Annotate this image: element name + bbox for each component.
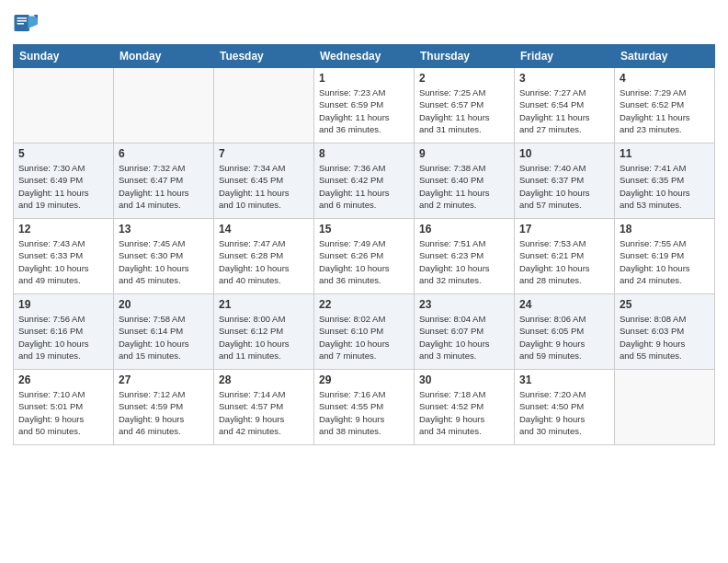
svg-rect-2 <box>17 20 28 22</box>
day-number: 27 <box>119 373 209 386</box>
day-number: 29 <box>319 373 409 386</box>
svg-rect-3 <box>17 23 25 25</box>
calendar-cell: 16Sunrise: 7:51 AM Sunset: 6:23 PM Dayli… <box>415 219 515 294</box>
day-number: 19 <box>18 298 108 311</box>
day-info: Sunrise: 8:02 AM Sunset: 6:10 PM Dayligh… <box>319 313 409 362</box>
day-info: Sunrise: 7:51 AM Sunset: 6:23 PM Dayligh… <box>419 237 509 286</box>
calendar-cell: 9Sunrise: 7:38 AM Sunset: 6:40 PM Daylig… <box>415 144 515 219</box>
day-number: 23 <box>419 298 509 311</box>
day-info: Sunrise: 7:32 AM Sunset: 6:47 PM Dayligh… <box>119 162 209 211</box>
calendar-cell: 5Sunrise: 7:30 AM Sunset: 6:49 PM Daylig… <box>14 144 114 219</box>
weekday-header-sunday: Sunday <box>14 45 114 68</box>
day-info: Sunrise: 8:06 AM Sunset: 6:05 PM Dayligh… <box>519 313 609 362</box>
day-number: 16 <box>419 223 509 236</box>
calendar-cell: 25Sunrise: 8:08 AM Sunset: 6:03 PM Dayli… <box>615 294 715 370</box>
day-info: Sunrise: 7:23 AM Sunset: 6:59 PM Dayligh… <box>319 86 409 135</box>
day-number: 15 <box>319 223 409 236</box>
calendar-cell: 22Sunrise: 8:02 AM Sunset: 6:10 PM Dayli… <box>314 294 415 370</box>
week-row-3: 12Sunrise: 7:43 AM Sunset: 6:33 PM Dayli… <box>14 219 715 294</box>
calendar-cell: 15Sunrise: 7:49 AM Sunset: 6:26 PM Dayli… <box>314 219 415 294</box>
weekday-header-wednesday: Wednesday <box>314 45 415 68</box>
day-info: Sunrise: 7:53 AM Sunset: 6:21 PM Dayligh… <box>519 237 609 286</box>
day-info: Sunrise: 7:49 AM Sunset: 6:26 PM Dayligh… <box>319 237 409 286</box>
calendar-cell: 8Sunrise: 7:36 AM Sunset: 6:42 PM Daylig… <box>314 144 415 219</box>
day-info: Sunrise: 7:29 AM Sunset: 6:52 PM Dayligh… <box>620 86 710 135</box>
calendar-cell: 11Sunrise: 7:41 AM Sunset: 6:35 PM Dayli… <box>615 144 715 219</box>
calendar-cell <box>214 68 314 144</box>
weekday-header-saturday: Saturday <box>615 45 715 68</box>
svg-rect-1 <box>17 17 28 19</box>
calendar-cell: 23Sunrise: 8:04 AM Sunset: 6:07 PM Dayli… <box>415 294 515 370</box>
day-number: 31 <box>519 373 609 386</box>
day-info: Sunrise: 8:00 AM Sunset: 6:12 PM Dayligh… <box>219 313 309 362</box>
day-info: Sunrise: 7:16 AM Sunset: 4:55 PM Dayligh… <box>319 388 409 437</box>
weekday-header-friday: Friday <box>515 45 615 68</box>
day-info: Sunrise: 7:34 AM Sunset: 6:45 PM Dayligh… <box>219 162 309 211</box>
day-number: 10 <box>519 147 609 160</box>
day-number: 18 <box>620 223 710 236</box>
day-info: Sunrise: 7:25 AM Sunset: 6:57 PM Dayligh… <box>419 86 509 135</box>
day-info: Sunrise: 7:55 AM Sunset: 6:19 PM Dayligh… <box>620 237 710 286</box>
day-number: 8 <box>319 147 409 160</box>
day-number: 14 <box>219 223 309 236</box>
calendar-cell: 14Sunrise: 7:47 AM Sunset: 6:28 PM Dayli… <box>214 219 314 294</box>
week-row-5: 26Sunrise: 7:10 AM Sunset: 5:01 PM Dayli… <box>14 370 715 445</box>
day-info: Sunrise: 7:20 AM Sunset: 4:50 PM Dayligh… <box>519 388 609 437</box>
day-info: Sunrise: 7:38 AM Sunset: 6:40 PM Dayligh… <box>419 162 509 211</box>
day-info: Sunrise: 7:14 AM Sunset: 4:57 PM Dayligh… <box>219 388 309 437</box>
calendar-cell <box>114 68 214 144</box>
day-info: Sunrise: 7:27 AM Sunset: 6:54 PM Dayligh… <box>519 86 609 135</box>
calendar-cell: 19Sunrise: 7:56 AM Sunset: 6:16 PM Dayli… <box>14 294 114 370</box>
day-number: 17 <box>519 223 609 236</box>
day-number: 12 <box>18 223 108 236</box>
day-info: Sunrise: 7:36 AM Sunset: 6:42 PM Dayligh… <box>319 162 409 211</box>
header <box>13 9 715 37</box>
calendar-cell: 17Sunrise: 7:53 AM Sunset: 6:21 PM Dayli… <box>515 219 615 294</box>
day-number: 13 <box>119 223 209 236</box>
calendar-cell: 20Sunrise: 7:58 AM Sunset: 6:14 PM Dayli… <box>114 294 214 370</box>
calendar-cell: 21Sunrise: 8:00 AM Sunset: 6:12 PM Dayli… <box>214 294 314 370</box>
calendar-cell: 28Sunrise: 7:14 AM Sunset: 4:57 PM Dayli… <box>214 370 314 445</box>
calendar-table: SundayMondayTuesdayWednesdayThursdayFrid… <box>13 44 715 445</box>
weekday-header-row: SundayMondayTuesdayWednesdayThursdayFrid… <box>14 45 715 68</box>
day-number: 21 <box>219 298 309 311</box>
svg-marker-4 <box>28 17 39 29</box>
calendar-cell: 3Sunrise: 7:27 AM Sunset: 6:54 PM Daylig… <box>515 68 615 144</box>
calendar-cell: 24Sunrise: 8:06 AM Sunset: 6:05 PM Dayli… <box>515 294 615 370</box>
week-row-1: 1Sunrise: 7:23 AM Sunset: 6:59 PM Daylig… <box>14 68 715 144</box>
calendar-cell: 27Sunrise: 7:12 AM Sunset: 4:59 PM Dayli… <box>114 370 214 445</box>
day-number: 5 <box>18 147 108 160</box>
day-number: 1 <box>319 72 409 85</box>
calendar-cell <box>615 370 715 445</box>
calendar-cell: 6Sunrise: 7:32 AM Sunset: 6:47 PM Daylig… <box>114 144 214 219</box>
day-info: Sunrise: 7:47 AM Sunset: 6:28 PM Dayligh… <box>219 237 309 286</box>
calendar-cell: 29Sunrise: 7:16 AM Sunset: 4:55 PM Dayli… <box>314 370 415 445</box>
calendar-cell <box>14 68 114 144</box>
day-info: Sunrise: 7:41 AM Sunset: 6:35 PM Dayligh… <box>620 162 710 211</box>
weekday-header-tuesday: Tuesday <box>214 45 314 68</box>
calendar-cell: 2Sunrise: 7:25 AM Sunset: 6:57 PM Daylig… <box>415 68 515 144</box>
day-number: 30 <box>419 373 509 386</box>
day-number: 20 <box>119 298 209 311</box>
calendar-cell: 12Sunrise: 7:43 AM Sunset: 6:33 PM Dayli… <box>14 219 114 294</box>
day-info: Sunrise: 7:30 AM Sunset: 6:49 PM Dayligh… <box>18 162 108 211</box>
day-number: 26 <box>18 373 108 386</box>
calendar-cell: 31Sunrise: 7:20 AM Sunset: 4:50 PM Dayli… <box>515 370 615 445</box>
day-info: Sunrise: 7:10 AM Sunset: 5:01 PM Dayligh… <box>18 388 108 437</box>
day-number: 7 <box>219 147 309 160</box>
day-number: 2 <box>419 72 509 85</box>
day-info: Sunrise: 7:12 AM Sunset: 4:59 PM Dayligh… <box>119 388 209 437</box>
day-number: 3 <box>519 72 609 85</box>
weekday-header-thursday: Thursday <box>415 45 515 68</box>
calendar-cell: 7Sunrise: 7:34 AM Sunset: 6:45 PM Daylig… <box>214 144 314 219</box>
calendar-cell: 1Sunrise: 7:23 AM Sunset: 6:59 PM Daylig… <box>314 68 415 144</box>
day-info: Sunrise: 7:45 AM Sunset: 6:30 PM Dayligh… <box>119 237 209 286</box>
day-number: 4 <box>620 72 710 85</box>
day-info: Sunrise: 7:58 AM Sunset: 6:14 PM Dayligh… <box>119 313 209 362</box>
day-number: 25 <box>620 298 710 311</box>
week-row-2: 5Sunrise: 7:30 AM Sunset: 6:49 PM Daylig… <box>14 144 715 219</box>
calendar-cell: 26Sunrise: 7:10 AM Sunset: 5:01 PM Dayli… <box>14 370 114 445</box>
logo <box>13 9 44 37</box>
day-info: Sunrise: 8:08 AM Sunset: 6:03 PM Dayligh… <box>620 313 710 362</box>
weekday-header-monday: Monday <box>114 45 214 68</box>
